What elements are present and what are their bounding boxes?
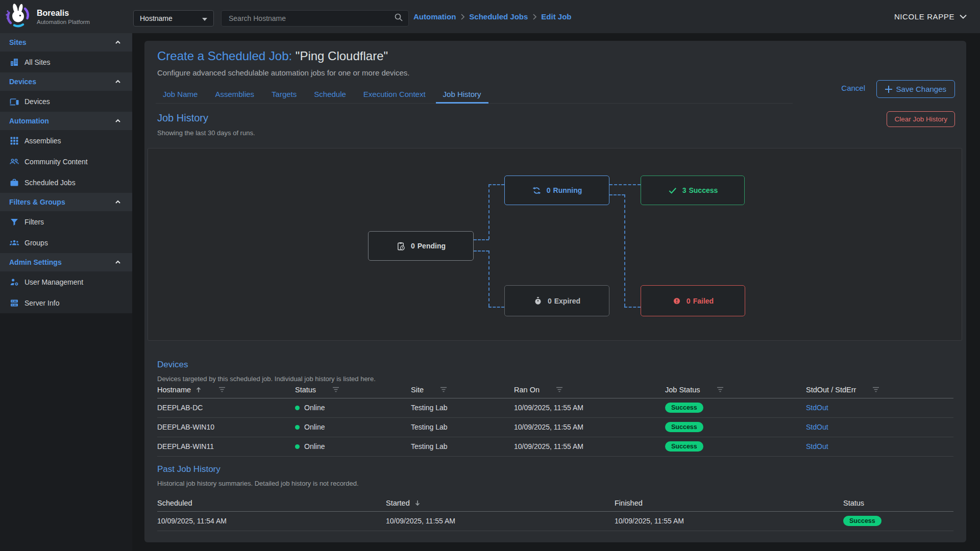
past-job-history-subheading: Historical job history summaries. Detail… [157, 480, 359, 487]
stdout-cell: StdOut [806, 437, 953, 456]
server-icon [9, 298, 19, 308]
sidebar-item-groups[interactable]: Groups [0, 232, 132, 253]
tab-execution-context[interactable]: Execution Context [356, 85, 433, 103]
chevron-down-icon [960, 14, 967, 19]
clipboard-clock-icon [396, 241, 406, 251]
stdout-link[interactable]: StdOut [806, 442, 828, 450]
tab-schedule[interactable]: Schedule [307, 85, 353, 103]
sidebar-section-devices[interactable]: Devices [0, 72, 132, 91]
sidebar-item-assemblies[interactable]: Assemblies [0, 130, 132, 151]
user-menu[interactable]: NICOLE RAPPE [894, 0, 967, 33]
groups-icon [9, 238, 19, 248]
chevron-up-icon [114, 198, 122, 206]
brand: Borealis Automation Platform [0, 0, 132, 33]
col-stdout[interactable]: StdOut / StdErr [806, 382, 953, 398]
chevron-right-icon [460, 14, 464, 20]
sidebar-item-devices[interactable]: Devices [0, 91, 132, 112]
col-status[interactable]: Status [843, 495, 953, 511]
save-changes-button[interactable]: Save Changes [876, 80, 955, 98]
breadcrumb: Automation Scheduled Jobs Edit Job [413, 0, 572, 33]
breadcrumb-scheduled-jobs[interactable]: Scheduled Jobs [469, 12, 528, 21]
search-input[interactable] [229, 14, 394, 22]
connector [488, 307, 504, 308]
sidebar-section-automation[interactable]: Automation [0, 112, 132, 130]
sidebar-item-all-sites[interactable]: All Sites [0, 52, 132, 72]
tab-targets[interactable]: Targets [264, 85, 304, 103]
stdout-cell: StdOut [806, 417, 953, 437]
tab-job-history[interactable]: Job History [436, 85, 488, 103]
stdout-link[interactable]: StdOut [806, 404, 828, 412]
tab-bar: Job Name Assemblies Targets Schedule Exe… [156, 85, 793, 104]
status-cell: Online [295, 398, 411, 417]
hostname-cell: DEEPLAB-WIN11 [157, 437, 295, 456]
connector [474, 251, 489, 252]
chevron-up-icon [114, 78, 122, 86]
ran-on-cell: 10/09/2025, 11:55 AM [514, 398, 665, 417]
started-cell: 10/09/2025, 11:55 AM [386, 511, 615, 531]
sidebar-section-admin-settings[interactable]: Admin Settings [0, 253, 132, 271]
job-status-cell: Success [665, 437, 806, 456]
chevron-up-icon [114, 117, 122, 125]
borealis-logo-icon [4, 2, 32, 32]
failed-node[interactable]: 0 Failed [641, 285, 745, 316]
filter-icon[interactable] [332, 387, 339, 392]
building-icon [9, 57, 19, 67]
expired-node[interactable]: 0 Expired [504, 285, 609, 316]
site-cell: Testing Lab [411, 417, 514, 437]
hostname-cell: DEEPLAB-WIN10 [157, 417, 295, 437]
sidebar-item-user-management[interactable]: User Management [0, 271, 132, 292]
col-job-status[interactable]: Job Status [665, 382, 806, 398]
chevron-up-icon [114, 258, 122, 266]
sidebar-item-filters[interactable]: Filters [0, 211, 132, 232]
breadcrumb-edit-job[interactable]: Edit Job [541, 12, 571, 21]
breadcrumb-automation[interactable]: Automation [413, 12, 456, 21]
filter-icon[interactable] [717, 387, 724, 392]
col-started[interactable]: Started [386, 495, 615, 511]
pending-node[interactable]: 0 Pending [368, 231, 474, 261]
caret-down-icon [202, 14, 207, 22]
hostname-cell: DEEPLAB-DC [157, 398, 295, 417]
devices-icon [9, 96, 19, 107]
col-scheduled[interactable]: Scheduled [157, 495, 386, 511]
sidebar-item-server-info[interactable]: Server Info [0, 292, 132, 313]
stopwatch-icon [533, 296, 543, 306]
tab-assemblies[interactable]: Assemblies [208, 85, 261, 103]
running-node[interactable]: 0 Running [504, 176, 609, 205]
col-ran-on[interactable]: Ran On [514, 382, 665, 398]
people-icon [9, 157, 19, 167]
status-cell: Online [295, 417, 411, 437]
online-dot-icon [295, 444, 300, 449]
filter-icon[interactable] [440, 387, 447, 392]
sidebar-section-sites[interactable]: Sites [0, 33, 132, 52]
search-icon [394, 13, 403, 24]
clear-job-history-button[interactable]: Clear Job History [887, 111, 955, 127]
cancel-button[interactable]: Cancel [841, 84, 865, 92]
col-hostname[interactable]: Hostname [157, 382, 295, 398]
stdout-link[interactable]: StdOut [806, 423, 828, 431]
col-finished[interactable]: Finished [615, 495, 843, 511]
site-cell: Testing Lab [411, 437, 514, 456]
success-node[interactable]: 3 Success [641, 176, 745, 205]
filter-icon[interactable] [872, 387, 879, 392]
hostname-select[interactable]: Hostname [133, 10, 214, 27]
content-card: Create a Scheduled Job: "Ping Cloudflare… [144, 41, 966, 542]
filter-icon[interactable] [556, 387, 563, 392]
filter-icon[interactable] [218, 387, 226, 392]
devices-heading: Devices [157, 360, 188, 370]
funnel-icon [9, 217, 19, 227]
sidebar-item-scheduled-jobs[interactable]: Scheduled Jobs [0, 172, 132, 193]
chevron-up-icon [114, 38, 122, 46]
col-site[interactable]: Site [411, 382, 514, 398]
tab-job-name[interactable]: Job Name [156, 85, 205, 103]
sidebar-section-filters-groups[interactable]: Filters & Groups [0, 193, 132, 211]
check-icon [668, 186, 677, 195]
sidebar-item-community-content[interactable]: Community Content [0, 151, 132, 172]
col-status[interactable]: Status [295, 382, 411, 398]
status-badge: Success [665, 422, 703, 433]
connector [624, 194, 625, 307]
app-tagline: Automation Platform [37, 19, 90, 25]
online-dot-icon [295, 425, 300, 430]
table-row: 10/09/2025, 11:54 AM 10/09/2025, 11:55 A… [157, 511, 953, 531]
table-row: DEEPLAB-DC Online Testing Lab 10/09/2025… [157, 398, 953, 417]
status-badge: Success [665, 441, 703, 452]
